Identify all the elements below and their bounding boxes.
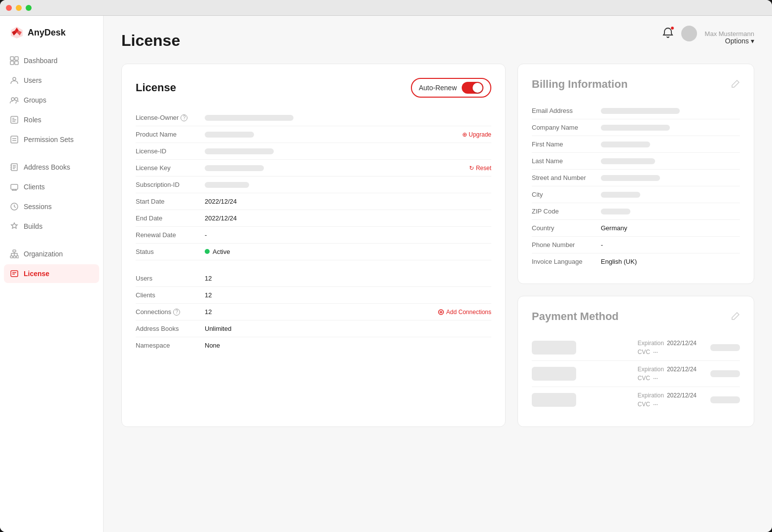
license-field-renewal: Renewal Date -	[136, 227, 491, 244]
sidebar-item-dashboard[interactable]: Dashboard	[4, 51, 99, 70]
auto-renew-toggle[interactable]	[462, 82, 483, 94]
field-value: -	[205, 231, 491, 239]
field-value-blurred	[205, 115, 294, 121]
sidebar-item-label: Roles	[24, 116, 41, 124]
field-label: Country	[532, 224, 601, 232]
roles-icon	[10, 115, 19, 124]
field-label: Last Name	[532, 157, 601, 165]
field-label: Product Name	[136, 131, 205, 138]
field-value: Unlimited	[205, 325, 491, 332]
close-button[interactable]	[6, 5, 12, 11]
add-connections-button[interactable]: Add Connections	[438, 309, 491, 316]
payment-action-blurred	[710, 344, 740, 351]
sidebar-item-clients[interactable]: Clients	[4, 177, 99, 196]
field-value: None	[205, 342, 491, 349]
expiration-label: Expiration	[638, 340, 664, 347]
reset-button[interactable]: ↻ Reset	[469, 165, 491, 172]
field-label: City	[532, 191, 601, 198]
billing-card: Billing Information Email Address Compan…	[517, 64, 754, 284]
payment-card: Payment Method Expiration 2022/	[517, 296, 754, 427]
cvc-label: CVC	[638, 349, 650, 355]
billing-field-last: Last Name	[532, 153, 740, 170]
sidebar-item-permission-sets[interactable]: Permission Sets	[4, 130, 99, 149]
license-icon	[10, 269, 19, 278]
sidebar-item-organization[interactable]: Organization	[4, 245, 99, 263]
page-title: License	[121, 32, 180, 50]
svg-point-8	[13, 77, 16, 80]
license-field-start: Start Date 2022/12/24	[136, 193, 491, 210]
field-value: Germany	[601, 224, 740, 232]
sidebar-item-roles[interactable]: Roles	[4, 110, 99, 129]
sidebar-item-label: Address Books	[24, 163, 70, 171]
sidebar-item-address-books[interactable]: Address Books	[4, 158, 99, 177]
cards-row: License Auto-Renew License-Owner ?	[121, 64, 754, 427]
payment-meta: Expiration 2022/12/24 CVC ···	[638, 340, 697, 355]
billing-field-zip: ZIP Code	[532, 203, 740, 220]
svg-rect-23	[11, 271, 18, 277]
field-label: License-Owner ?	[136, 114, 205, 121]
dashboard-icon	[10, 56, 19, 65]
field-label: Users	[136, 275, 205, 282]
license-field-address-books: Address Books Unlimited	[136, 320, 491, 337]
payment-card-header: Payment Method	[532, 310, 740, 323]
field-value-blurred	[601, 158, 655, 164]
sidebar-item-groups[interactable]: Groups	[4, 91, 99, 109]
sidebar: AnyDesk Dashboard	[0, 16, 104, 532]
license-card: License Auto-Renew License-Owner ?	[121, 64, 506, 427]
billing-card-title: Billing Information	[532, 78, 627, 91]
payment-card-number-blurred	[532, 393, 576, 407]
svg-rect-17	[11, 184, 18, 189]
billing-field-company: Company Name	[532, 119, 740, 136]
edit-billing-icon[interactable]	[730, 79, 740, 89]
payment-cvc-row: CVC ···	[638, 349, 697, 355]
billing-card-header: Billing Information	[532, 78, 740, 91]
svg-rect-21	[13, 256, 16, 258]
notification-button[interactable]	[662, 27, 673, 40]
license-field-product: Product Name ⊕ Upgrade	[136, 126, 491, 143]
payment-card-number-blurred	[532, 341, 576, 355]
builds-icon	[10, 222, 19, 231]
sidebar-item-label: Organization	[24, 250, 63, 258]
minimize-button[interactable]	[16, 5, 22, 11]
payment-expiry-row: Expiration 2022/12/24	[638, 392, 697, 399]
svg-rect-22	[16, 256, 19, 258]
edit-payment-icon[interactable]	[730, 312, 740, 321]
cvc-label: CVC	[638, 401, 650, 408]
svg-point-9	[11, 98, 14, 101]
sidebar-item-builds[interactable]: Builds	[4, 217, 99, 236]
field-label: Phone Number	[532, 241, 601, 248]
field-value-blurred	[601, 125, 670, 131]
field-label: Street and Number	[532, 174, 601, 181]
license-card-title: License	[136, 81, 176, 94]
field-label: Invoice Language	[532, 258, 601, 265]
avatar	[681, 26, 697, 41]
field-value-blurred	[205, 182, 249, 188]
notification-badge	[670, 26, 674, 30]
field-label: Address Books	[136, 325, 205, 332]
sidebar-item-label: Builds	[24, 222, 42, 230]
auto-renew-box[interactable]: Auto-Renew	[411, 78, 491, 98]
upgrade-button[interactable]: ⊕ Upgrade	[462, 131, 491, 138]
field-value: 12	[205, 291, 491, 299]
help-icon[interactable]: ?	[181, 114, 187, 121]
expiration-value: 2022/12/24	[667, 392, 697, 399]
expiration-value: 2022/12/24	[667, 366, 697, 373]
help-icon[interactable]: ?	[173, 309, 180, 316]
field-value-blurred	[205, 165, 264, 171]
sidebar-item-sessions[interactable]: Sessions	[4, 197, 99, 216]
sidebar-item-users[interactable]: Users	[4, 71, 99, 90]
svg-point-10	[15, 98, 18, 101]
sessions-icon	[10, 202, 19, 211]
license-card-header: License Auto-Renew	[136, 78, 491, 98]
maximize-button[interactable]	[26, 5, 32, 11]
payment-action-blurred	[710, 370, 740, 377]
field-label: Renewal Date	[136, 231, 205, 239]
field-label: Email Address	[532, 107, 601, 114]
page-header: License Options ▾	[121, 32, 754, 50]
app-window: AnyDesk Dashboard	[0, 0, 772, 532]
sidebar-item-license[interactable]: License	[4, 264, 99, 283]
field-value: English (UK)	[601, 258, 740, 265]
billing-field-invoice-lang: Invoice Language English (UK)	[532, 253, 740, 270]
field-label: Company Name	[532, 124, 601, 131]
right-column: Billing Information Email Address Compan…	[517, 64, 754, 427]
